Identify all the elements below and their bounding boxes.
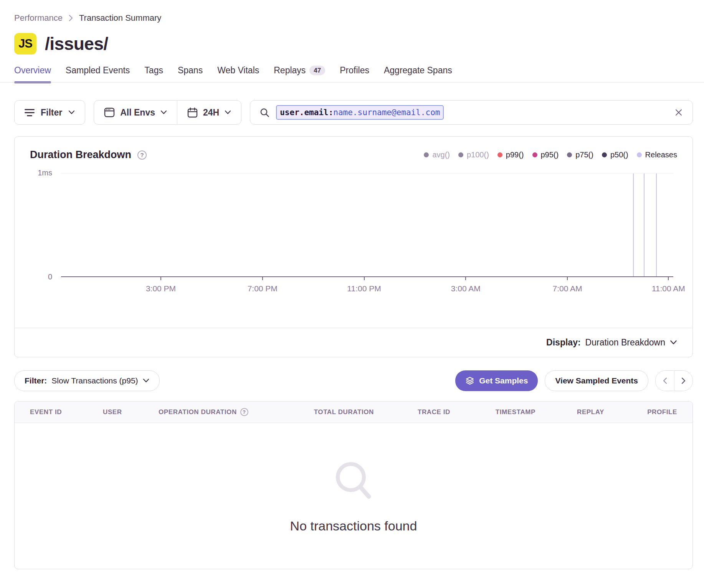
help-icon[interactable]: ? <box>137 150 147 160</box>
filter-button[interactable]: Filter <box>14 100 85 125</box>
legend-dot <box>637 152 642 157</box>
chevron-down-icon <box>160 110 167 115</box>
legend-dot <box>458 152 463 157</box>
chevron-right-icon <box>681 377 686 385</box>
chevron-left-icon <box>663 377 668 385</box>
column-user: User <box>103 408 159 416</box>
breadcrumb-performance[interactable]: Performance <box>14 13 63 23</box>
y-axis-tick-top: 1ms <box>15 168 52 177</box>
breadcrumb-transaction-summary: Transaction Summary <box>79 13 161 23</box>
column-profile: Profile <box>604 408 677 416</box>
layers-icon <box>465 376 474 385</box>
transactions-toolbar: Filter: Slow Transactions (p95) Get Samp… <box>14 370 693 391</box>
breadcrumb: Performance Transaction Summary <box>14 13 693 23</box>
legend-item-p50[interactable]: p50() <box>602 150 628 159</box>
page-title: /issues/ <box>45 33 108 54</box>
legend-item-p100[interactable]: p100() <box>458 150 489 159</box>
tab-bar: Overview Sampled Events Tags Spans Web V… <box>14 65 693 83</box>
release-marker-line[interactable] <box>656 173 657 276</box>
transaction-summary-page: Performance Transaction Summary JS /issu… <box>0 0 704 569</box>
magnifier-empty-icon <box>330 459 377 505</box>
legend-dot <box>602 152 607 157</box>
env-time-group: All Envs 24H <box>94 100 241 125</box>
tab-replays[interactable]: Replays 47 <box>274 65 325 83</box>
display-value: Duration Breakdown <box>585 337 665 348</box>
page-header: JS /issues/ <box>14 33 693 55</box>
duration-breakdown-chart: 1ms 0 3:00 PM 7:00 PM 11:00 PM 3:00 AM 7… <box>15 161 692 328</box>
next-page-button[interactable] <box>674 371 692 391</box>
filter-lines-icon <box>25 109 35 116</box>
empty-state-message: No transactions found <box>290 519 417 533</box>
window-icon <box>104 107 115 117</box>
tab-profiles[interactable]: Profiles <box>340 65 369 83</box>
token-value: name.surname@email.com <box>333 107 440 118</box>
search-filter-token[interactable]: user.email:name.surname@email.com <box>276 105 444 120</box>
chart-title: Duration Breakdown <box>30 149 131 161</box>
help-icon[interactable]: ? <box>240 408 248 416</box>
token-key: user.email: <box>280 107 333 118</box>
chart-legend: avg() p100() p99() p95() p75() <box>424 150 677 159</box>
transactions-filter-value: Slow Transactions (p95) <box>51 376 138 385</box>
clear-search-button[interactable] <box>674 108 683 117</box>
filter-toolbar: Filter All Envs <box>14 100 693 125</box>
environment-selector[interactable]: All Envs <box>94 101 177 124</box>
platform-js-badge: JS <box>14 33 36 55</box>
table-header-row: Event ID User Operation Duration ? Total… <box>15 401 692 423</box>
close-icon <box>674 108 683 117</box>
legend-dot <box>497 152 502 157</box>
legend-item-avg[interactable]: avg() <box>424 150 450 159</box>
legend-item-releases[interactable]: Releases <box>637 150 677 159</box>
column-timestamp: Timestamp <box>450 408 535 416</box>
chevron-down-icon <box>68 110 75 115</box>
tab-web-vitals[interactable]: Web Vitals <box>217 65 259 83</box>
legend-dot <box>424 152 429 157</box>
time-range-selector[interactable]: 24H <box>177 101 241 124</box>
transactions-table: Event ID User Operation Duration ? Total… <box>14 401 693 569</box>
transactions-filter-dropdown[interactable]: Filter: Slow Transactions (p95) <box>14 370 160 391</box>
chevron-down-icon <box>670 340 677 345</box>
calendar-icon <box>187 107 198 118</box>
tab-tags[interactable]: Tags <box>144 65 163 83</box>
tab-spans[interactable]: Spans <box>178 65 203 83</box>
y-axis-tick-bottom: 0 <box>15 273 52 281</box>
legend-dot <box>567 152 572 157</box>
empty-state: No transactions found <box>15 423 692 569</box>
tab-overview[interactable]: Overview <box>14 65 51 83</box>
search-input[interactable]: user.email:name.surname@email.com <box>250 100 693 125</box>
release-marker-line[interactable] <box>633 173 634 276</box>
get-samples-button[interactable]: Get Samples <box>455 370 538 391</box>
previous-page-button[interactable] <box>656 371 674 391</box>
display-label: Display: <box>546 337 580 348</box>
column-trace-id: Trace ID <box>374 408 450 416</box>
legend-dot <box>532 152 537 157</box>
search-icon <box>259 107 270 118</box>
chart-plot-area: 3:00 PM 7:00 PM 11:00 PM 3:00 AM 7:00 AM… <box>61 173 673 277</box>
column-event-id: Event ID <box>30 408 103 416</box>
tab-bar-divider <box>0 82 704 83</box>
release-marker-line[interactable] <box>644 173 645 276</box>
legend-item-p99[interactable]: p99() <box>497 150 524 159</box>
display-selector[interactable]: Display: Duration Breakdown <box>15 328 692 357</box>
column-total-duration: Total Duration <box>299 408 374 416</box>
legend-item-p75[interactable]: p75() <box>567 150 593 159</box>
legend-item-p95[interactable]: p95() <box>532 150 559 159</box>
duration-breakdown-card: Duration Breakdown ? avg() p100() p99() <box>14 136 693 357</box>
chevron-down-icon <box>225 110 231 115</box>
chevron-right-icon <box>68 14 74 22</box>
column-operation-duration: Operation Duration ? <box>159 408 299 416</box>
pagination <box>655 370 693 391</box>
tab-aggregate-spans[interactable]: Aggregate Spans <box>384 65 452 83</box>
chevron-down-icon <box>143 378 149 383</box>
view-sampled-events-button[interactable]: View Sampled Events <box>545 370 648 391</box>
column-replay: Replay <box>535 408 604 416</box>
tab-sampled-events[interactable]: Sampled Events <box>66 65 130 83</box>
replays-count-badge: 47 <box>309 66 325 75</box>
